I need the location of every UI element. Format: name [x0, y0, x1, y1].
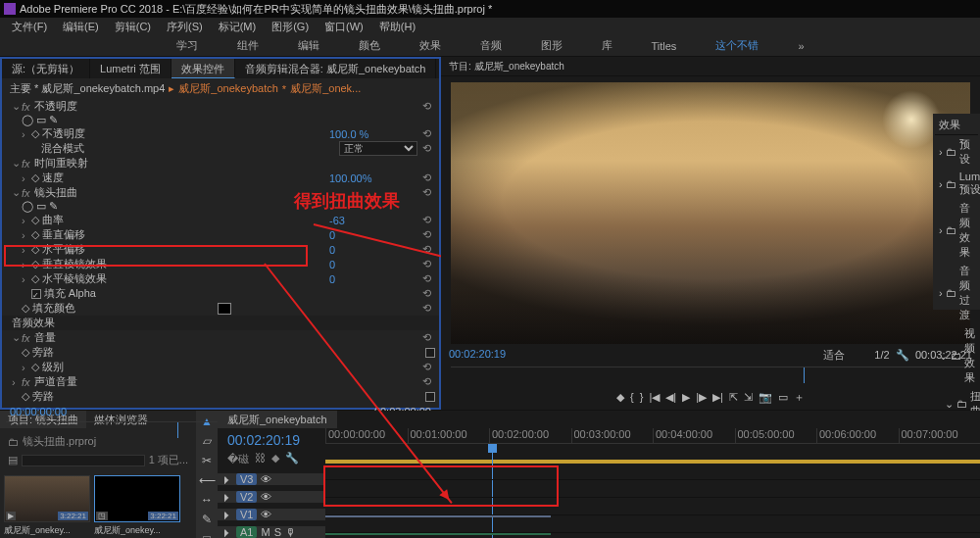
checkbox-bypass[interactable] — [425, 348, 435, 358]
wrench-icon[interactable]: 🔧 — [896, 349, 909, 361]
ws-learn[interactable]: 学习 — [167, 36, 208, 55]
keyframe-icon[interactable]: ◇ — [22, 302, 29, 315]
keyframe-icon[interactable]: ◇ — [22, 390, 29, 403]
reset-icon[interactable]: ⟲ — [417, 228, 435, 241]
go-out-icon[interactable]: ▶| — [712, 391, 723, 404]
ws-titles[interactable]: Titles — [642, 38, 687, 54]
disclosure-icon[interactable]: › — [22, 172, 29, 184]
track-a1[interactable]: A1 — [236, 526, 257, 538]
bin-label[interactable]: 威尼斯_onekey... — [94, 522, 180, 538]
reset-icon[interactable]: ⟲ — [417, 100, 435, 113]
eye-icon[interactable]: 👁 — [261, 473, 271, 485]
reset-icon[interactable]: ⟲ — [417, 331, 435, 344]
menu-marker[interactable]: 标记(M) — [211, 18, 265, 35]
val-speed[interactable]: 100.00% — [329, 172, 417, 184]
color-swatch[interactable] — [218, 303, 231, 315]
step-fwd-icon[interactable]: |▶ — [696, 391, 707, 404]
track-v2[interactable]: V2 — [236, 491, 257, 503]
val-curvature[interactable]: -63 — [329, 215, 417, 226]
menu-sequence[interactable]: 序列(S) — [159, 18, 211, 35]
disclosure-icon[interactable]: ⌄ — [12, 157, 20, 170]
tab-effect-controls[interactable]: 效果控件 — [172, 59, 235, 78]
disclosure-icon[interactable]: ⌄ — [12, 100, 20, 113]
menu-file[interactable]: 文件(F) — [4, 18, 55, 35]
keyframe-icon[interactable]: ◇ — [31, 171, 39, 184]
mask-ellipse-icon[interactable]: ◯ — [22, 114, 33, 126]
reset-icon[interactable]: ⟲ — [417, 127, 435, 140]
menu-graphics[interactable]: 图形(G) — [264, 18, 317, 35]
disclosure-icon[interactable]: › — [939, 178, 943, 190]
disclosure-icon[interactable]: › — [22, 229, 29, 241]
reset-icon[interactable]: ⟲ — [417, 186, 435, 199]
keyframe-icon[interactable]: ◇ — [31, 272, 39, 285]
eye-icon[interactable]: 👁 — [261, 509, 271, 520]
filter-icon[interactable]: ▤ — [8, 454, 18, 466]
keyframe-icon[interactable]: ◇ — [31, 228, 39, 241]
tab-audio-mixer[interactable]: 音频剪辑混合器: 威尼斯_onekeybatch — [235, 59, 437, 78]
program-scrubber[interactable] — [451, 367, 970, 382]
disclosure-icon[interactable]: ⌄ — [12, 186, 20, 199]
track-body[interactable] — [325, 532, 980, 533]
ws-effects[interactable]: 效果 — [410, 36, 451, 55]
add-marker-icon[interactable]: ◆ — [616, 391, 624, 404]
safe-margins-icon[interactable]: ▭ — [778, 391, 788, 404]
mark-in-icon[interactable]: { — [630, 391, 634, 403]
timeline-tc[interactable]: 00:02:20:19 — [218, 428, 325, 452]
disclosure-icon[interactable]: › — [939, 224, 943, 236]
reset-icon[interactable]: ⟲ — [417, 258, 435, 270]
disclosure-icon[interactable]: › — [22, 273, 29, 285]
reset-icon[interactable]: ⟲ — [417, 171, 435, 184]
reset-icon[interactable]: ⟲ — [417, 375, 435, 388]
fx-opacity[interactable]: 不透明度 — [34, 99, 417, 114]
time-ruler[interactable]: 00:00:00:00 00:01:00:00 00:02:00:00 00:0… — [325, 428, 980, 444]
solo-icon[interactable]: S — [274, 526, 281, 538]
ws-audio[interactable]: 音频 — [470, 36, 512, 55]
disclosure-icon[interactable]: ⌄ — [945, 398, 954, 411]
blend-select[interactable]: 正常 — [339, 141, 417, 156]
zoom-dropdown[interactable]: 1/2 — [874, 349, 889, 361]
keyframe-icon[interactable]: ◇ — [31, 214, 39, 226]
disclosure-icon[interactable]: › — [939, 146, 943, 158]
disclosure-icon[interactable]: › — [22, 259, 29, 270]
bin-label[interactable]: 威尼斯_onekey... — [4, 522, 90, 538]
track-body[interactable] — [325, 497, 980, 498]
lumetri-folder[interactable]: Lumetri 预设 — [959, 171, 980, 197]
search-input[interactable] — [22, 455, 145, 466]
reset-icon[interactable]: ⟲ — [417, 272, 435, 285]
ws-library[interactable]: 库 — [592, 36, 622, 55]
snap-icon[interactable]: �磁 — [227, 452, 249, 466]
step-back-icon[interactable]: ◀| — [665, 391, 676, 404]
razor-tool-icon[interactable]: ⟵ — [199, 473, 216, 487]
val-opacity[interactable]: 100.0 % — [329, 128, 417, 140]
mask-pen-icon[interactable]: ✎ — [49, 200, 58, 213]
sequence-tab[interactable]: 威尼斯_onekeybatch — [218, 411, 337, 428]
disclosure-icon[interactable]: › — [22, 215, 29, 226]
disclosure-icon[interactable]: ⌄ — [12, 331, 20, 344]
mic-icon[interactable]: 🎙 — [285, 526, 296, 538]
track-select-tool-icon[interactable]: ▱ — [203, 434, 212, 448]
preset-folder[interactable]: 预设 — [959, 137, 974, 167]
mask-pen-icon[interactable]: ✎ — [49, 114, 58, 126]
bin-thumb[interactable]: ▶3:22:21 — [4, 475, 90, 522]
menu-help[interactable]: 帮助(H) — [371, 18, 423, 35]
track-toggle-icon[interactable]: ⏵ — [221, 526, 232, 538]
ws-color[interactable]: 颜色 — [349, 36, 390, 55]
work-area-bar[interactable] — [325, 460, 980, 464]
pen-tool-icon[interactable]: ✎ — [202, 513, 212, 526]
disclosure-icon[interactable]: › — [22, 244, 29, 256]
keyframe-icon[interactable]: ◇ — [22, 346, 29, 359]
checkbox-bypass2[interactable] — [425, 392, 435, 402]
mask-rect-icon[interactable]: ▭ — [36, 200, 46, 213]
playhead-icon[interactable] — [804, 367, 805, 383]
track-toggle-icon[interactable]: ⏵ — [221, 509, 232, 520]
audiofx-folder[interactable]: 音频效果 — [959, 201, 974, 260]
audiotr-folder[interactable]: 音频过渡 — [959, 264, 974, 322]
tab-source[interactable]: 源:（无剪辑） — [2, 59, 90, 78]
linked-sel-icon[interactable]: ⛓ — [255, 452, 266, 466]
val-vprism[interactable]: 0 — [329, 259, 417, 270]
ripple-tool-icon[interactable]: ✂ — [202, 454, 212, 467]
tab-effects[interactable]: 效果 — [939, 118, 960, 132]
reset-icon[interactable]: ⟲ — [417, 361, 435, 373]
track-toggle-icon[interactable]: ⏵ — [221, 473, 232, 485]
ws-graphics[interactable]: 图形 — [531, 36, 572, 55]
